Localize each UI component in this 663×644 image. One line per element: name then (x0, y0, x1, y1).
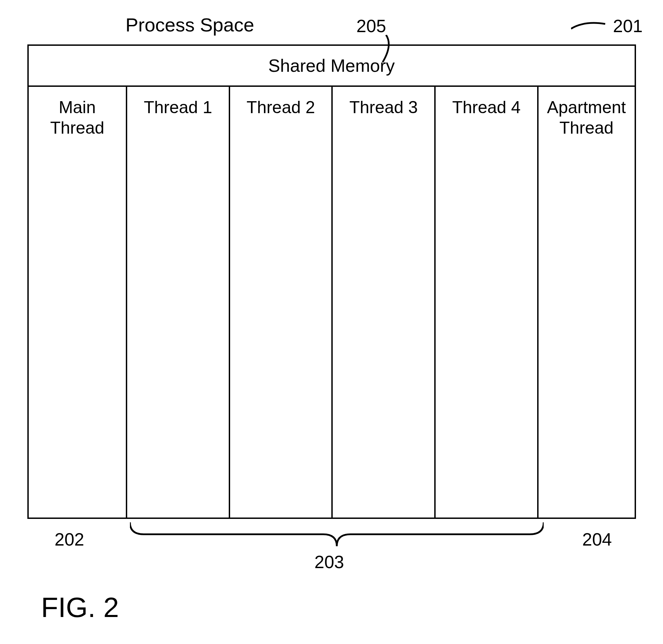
thread-3-cell: Thread 3 (333, 87, 436, 518)
thread-3-label: Thread 3 (349, 98, 418, 117)
title-row: Process Space 205 201 (21, 14, 643, 41)
thread-4-cell: Thread 4 (436, 87, 539, 518)
ref-203-label: 203 (315, 552, 344, 572)
leader-line-205 (369, 35, 400, 66)
thread-1-cell: Thread 1 (127, 87, 230, 518)
ref-202-label: 202 (55, 529, 84, 550)
apartment-thread-label: ApartmentThread (547, 98, 626, 137)
leader-line-201 (571, 18, 612, 32)
main-thread-label: MainThread (50, 98, 104, 137)
thread-1-label: Thread 1 (144, 98, 212, 117)
thread-4-label: Thread 4 (452, 98, 520, 117)
thread-2-label: Thread 2 (247, 98, 315, 117)
bottom-labels: 202 204 203 (21, 526, 643, 587)
brace-203-icon (130, 522, 544, 550)
ref-201-label: 201 (613, 16, 643, 36)
process-space-diagram: Process Space 205 201 Shared Memory Main… (21, 14, 643, 587)
thread-2-cell: Thread 2 (230, 87, 333, 518)
apartment-thread-cell: ApartmentThread (539, 87, 635, 518)
main-thread-cell: MainThread (29, 87, 128, 518)
ref-205-label: 205 (356, 16, 386, 36)
process-space-box: Shared Memory MainThread Thread 1 Thread… (27, 44, 636, 519)
shared-memory-region: Shared Memory (29, 46, 635, 87)
ref-204-label: 204 (582, 529, 612, 550)
threads-row: MainThread Thread 1 Thread 2 Thread 3 Th… (29, 87, 635, 518)
diagram-title: Process Space (125, 14, 254, 36)
figure-caption: FIG. 2 (41, 591, 119, 623)
